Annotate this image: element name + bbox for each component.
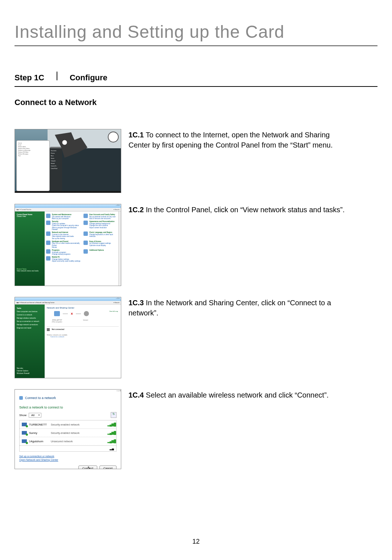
step-1c1: Internet E-mail Windows Media Windows Ph… — [15, 129, 377, 193]
step-1c1-text: 1C.1 To connect to the Internet, open th… — [128, 129, 346, 150]
category-icon — [46, 249, 50, 254]
control-panel-category[interactable]: ProgramsUninstall a programChange startu… — [46, 249, 82, 255]
step-header: Step 1C Configure — [15, 72, 377, 82]
category-icon — [83, 214, 88, 218]
cancel-button[interactable]: Cancel — [99, 466, 117, 469]
network-row[interactable]: TURBONETTSecurity-enabled network▂▄▆█ — [20, 420, 116, 429]
step-name: Configure — [70, 73, 107, 82]
setup-connection-link[interactable]: Set up a connection or network — [19, 455, 117, 458]
taskbar[interactable] — [15, 191, 121, 193]
connect-to-network-link[interactable]: Connect to a network — [50, 336, 119, 338]
address-bar[interactable]: ◀ ▶ ▼ Control Panel ▸▾ Search — [15, 208, 121, 211]
window-controls[interactable]: – □ ✕ — [15, 390, 121, 393]
step-1c4-text: 1C.4 Select an available wireless networ… — [128, 389, 328, 400]
signal-icon: ▂▄▆█ — [107, 423, 114, 426]
network-row[interactable]: 14guishomUnsecured network▂▄▆█ — [20, 437, 116, 446]
control-panel-category[interactable]: Additional Options — [83, 249, 119, 255]
network-name: Sunny — [29, 431, 51, 435]
network-security: Security-enabled network — [51, 423, 107, 426]
start-menu-right[interactable]: Documents Pictures Music Games Computer … — [50, 147, 62, 191]
signal-icon: ▂▄▆█ — [107, 431, 114, 435]
step-1c3-text: 1C.3 In the Network and Sharing Center, … — [128, 297, 346, 318]
window-controls[interactable]: – □ ✕ — [15, 204, 121, 208]
step-1c4: – □ ✕ Connect to a network Select a netw… — [15, 389, 377, 469]
control-panel-category[interactable]: SecurityCheck for updatesCheck this comp… — [46, 221, 82, 231]
scrollbar[interactable] — [118, 211, 121, 286]
status-icon — [47, 328, 50, 331]
control-panel-category[interactable]: Hardware and SoundPlay CDs or other medi… — [46, 241, 82, 249]
horizontal-rule — [15, 86, 377, 87]
category-icon — [83, 249, 88, 254]
step-1c2-text: 1C.2 In the Control Panel, click on “Vie… — [128, 204, 344, 215]
step-1c2: – □ ✕ ◀ ▶ ▼ Control Panel ▸▾ Search Cont… — [15, 204, 377, 286]
screenshot-network-sharing-center: – □ ✕ ◀ ▶ ▼ Network and Internet ▸ Netwo… — [15, 297, 121, 378]
back-icon[interactable] — [19, 396, 23, 400]
page-number: 12 — [0, 538, 392, 545]
show-dropdown[interactable]: All — [29, 413, 41, 418]
category-icon — [46, 221, 50, 225]
disconnected-x-icon: × — [71, 312, 73, 316]
control-panel-sidebar[interactable]: Control Panel Home Classic View Recent T… — [15, 211, 45, 286]
category-icon — [83, 231, 88, 236]
network-icon — [22, 423, 27, 426]
step-1c3: – □ ✕ ◀ ▶ ▼ Network and Internet ▸ Netwo… — [15, 297, 377, 378]
category-icon — [46, 231, 50, 236]
control-panel-category[interactable]: Appearance and PersonalizationChange des… — [83, 221, 119, 231]
screenshot-control-panel: – □ ✕ ◀ ▶ ▼ Control Panel ▸▾ Search Cont… — [15, 204, 121, 286]
network-name: TURBONETT — [29, 423, 51, 426]
network-security: Unsecured network — [51, 440, 107, 443]
control-panel-category[interactable]: System and MaintenanceGet started with W… — [46, 214, 82, 220]
network-security: Security-enabled network — [51, 432, 107, 434]
dialog-title: Connect to a network — [19, 396, 117, 400]
internet-icon — [84, 311, 89, 316]
clock-icon — [108, 132, 119, 142]
subheading: Connect to a Network — [15, 98, 377, 107]
page-title: Installing and Setting up the Card — [15, 22, 377, 46]
network-icon — [22, 439, 27, 443]
signal-icon: ▂▄▆█ — [107, 439, 114, 443]
signal-icon: ▂▄ — [110, 447, 114, 450]
category-icon — [46, 256, 50, 261]
control-panel-category[interactable]: Mobile PCChange battery settingsAdjust c… — [46, 256, 82, 262]
control-panel-category[interactable]: Clock, Language, and RegionChange keyboa… — [83, 231, 119, 240]
screenshot-start-menu: Internet E-mail Windows Media Windows Ph… — [15, 129, 121, 193]
network-row-partial[interactable]: ▂▄ — [20, 446, 116, 451]
category-icon — [46, 241, 50, 245]
network-icon — [22, 431, 27, 435]
control-panel-items: System and MaintenanceGet started with W… — [45, 211, 121, 286]
step-label: Step 1C — [15, 73, 44, 82]
window-controls[interactable]: – □ ✕ — [15, 297, 121, 301]
computer-icon — [54, 311, 60, 316]
connect-button[interactable]: Connect — [78, 466, 97, 469]
view-full-map-link[interactable]: View full map — [109, 310, 118, 312]
category-icon — [83, 221, 88, 225]
tasks-sidebar[interactable]: Tasks View computers and devices Connect… — [15, 305, 45, 378]
category-icon — [46, 214, 50, 218]
network-name: 14guishom — [29, 440, 51, 443]
select-network-label: Select a network to connect to — [19, 406, 117, 409]
start-menu-left[interactable]: Internet E-mail Windows Media Windows Ph… — [16, 140, 50, 191]
not-connected-row: Not connected — [47, 326, 119, 331]
control-panel-category[interactable]: User Accounts and Family SafetySet up pa… — [83, 214, 119, 220]
control-panel-category[interactable]: Network and InternetConnect to the Inter… — [46, 231, 82, 240]
show-filter-row: Show All ↻ — [19, 412, 117, 418]
network-row[interactable]: SunnySecurity-enabled network▂▄▆█ — [20, 429, 116, 437]
network-list: TURBONETTSecurity-enabled network▂▄▆█Sun… — [19, 420, 117, 452]
screenshot-connect-to-network: – □ ✕ Connect to a network Select a netw… — [15, 389, 121, 469]
category-icon — [83, 241, 88, 245]
address-bar[interactable]: ◀ ▶ ▼ Network and Internet ▸ Network and… — [15, 301, 121, 305]
dialog-links: Set up a connection or network Open Netw… — [19, 455, 117, 462]
dialog-buttons: Connect Cancel ↖ — [19, 466, 117, 469]
refresh-button[interactable]: ↻ — [111, 412, 117, 418]
open-nsc-link[interactable]: Open Network and Sharing Center — [19, 458, 117, 462]
network-center-main: Network and Sharing Center View full map… — [45, 305, 121, 378]
control-panel-category[interactable]: Ease of AccessLet Windows suggest settin… — [83, 241, 119, 249]
step-divider — [57, 72, 57, 80]
